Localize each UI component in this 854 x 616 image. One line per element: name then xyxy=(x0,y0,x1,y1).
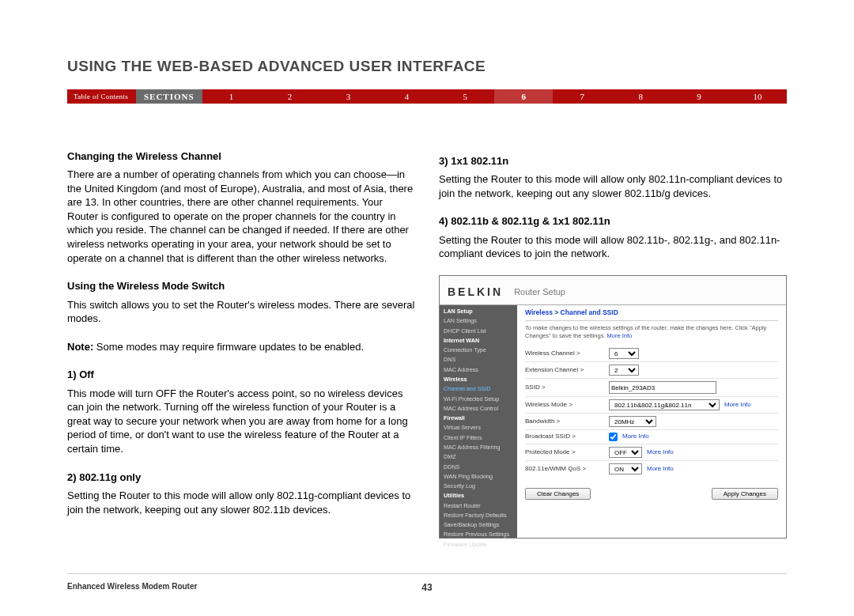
section-link-1[interactable]: 1 xyxy=(202,89,261,104)
wireless-mode-select[interactable]: 802.11b&802.11g&802.11n xyxy=(609,399,720,410)
more-info-link[interactable]: More Info xyxy=(622,433,649,441)
sidebar-item[interactable]: Client IP Filters xyxy=(440,433,517,443)
sidebar-item[interactable]: DMZ xyxy=(440,452,517,462)
sidebar-item[interactable]: Restore Previous Settings xyxy=(440,530,517,539)
row-extension-channel-label: Extension Channel > xyxy=(525,366,604,375)
apply-changes-button[interactable]: Apply Changes xyxy=(712,488,778,500)
section-link-7[interactable]: 7 xyxy=(553,89,611,104)
page-number: 43 xyxy=(421,582,432,593)
more-info-link[interactable]: More Info xyxy=(647,448,674,457)
mode2-text: Setting the Router to this mode will all… xyxy=(67,489,415,516)
page-title: USING THE WEB-BASED ADVANCED USER INTERF… xyxy=(67,58,787,75)
sidebar-item[interactable]: Restore Factory Defaults xyxy=(440,511,517,520)
extension-channel-select[interactable]: 2 xyxy=(609,365,639,376)
sidebar-item[interactable]: LAN Settings xyxy=(440,316,517,326)
row-wireless-channel-label: Wireless Channel > xyxy=(525,350,604,358)
breadcrumb: Wireless > Channel and SSID xyxy=(525,308,778,321)
sidebar-item[interactable]: Firewall xyxy=(440,414,517,423)
mode2-head: 2) 802.11g only xyxy=(67,471,415,485)
row-ssid-label: SSID > xyxy=(525,384,604,392)
more-info-link[interactable]: More Info xyxy=(607,332,633,339)
sidebar-item[interactable]: DNS xyxy=(440,355,517,365)
row-qos-label: 802.11e/WMM QoS > xyxy=(525,465,604,474)
heading-mode-switch: Using the Wireless Mode Switch xyxy=(67,279,415,293)
section-link-9[interactable]: 9 xyxy=(670,89,728,104)
bandwidth-select[interactable]: 20MHz xyxy=(609,416,656,427)
sidebar-item[interactable]: MAC Address xyxy=(440,365,517,375)
router-main-panel: Wireless > Channel and SSID To make chan… xyxy=(517,305,786,538)
section-link-2[interactable]: 2 xyxy=(261,89,319,104)
sidebar-item[interactable]: Channel and SSID xyxy=(440,384,517,394)
mode1-text: This mode will turn OFF the Router's acc… xyxy=(67,387,415,456)
router-sidebar[interactable]: LAN SetupLAN SettingsDHCP Client ListInt… xyxy=(440,305,517,538)
section-link-8[interactable]: 8 xyxy=(611,89,670,104)
protected-mode-select[interactable]: OFF xyxy=(609,447,642,458)
footer-product: Enhanced Wireless Modem Router xyxy=(67,582,197,591)
belkin-logo: BELKIN xyxy=(448,285,503,300)
sidebar-item[interactable]: LAN Setup xyxy=(440,307,517,316)
section-navbar: Table of Contents SECTIONS 12345678910 xyxy=(67,89,787,104)
sidebar-item[interactable]: DHCP Client List xyxy=(440,327,517,336)
row-wireless-mode-label: Wireless Mode > xyxy=(525,401,604,410)
page-footer: Enhanced Wireless Modem Router 43 xyxy=(67,573,787,591)
section-link-10[interactable]: 10 xyxy=(728,89,787,104)
mode3-text: Setting the Router to this mode will all… xyxy=(439,172,787,200)
section-link-6[interactable]: 6 xyxy=(494,89,553,104)
section-link-3[interactable]: 3 xyxy=(319,89,377,104)
para-note: Note: Some modes may require firmware up… xyxy=(67,340,415,354)
sidebar-item[interactable]: Firmware Update xyxy=(440,540,517,550)
sidebar-item[interactable]: MAC Address Control xyxy=(440,404,517,414)
sidebar-item[interactable]: Security Log xyxy=(440,482,517,491)
mode1-head: 1) Off xyxy=(67,368,415,382)
ssid-input[interactable] xyxy=(609,381,716,394)
mode4-head: 4) 802.11b & 802.11g & 1x1 802.11n xyxy=(439,214,787,229)
sections-label: SECTIONS xyxy=(136,89,202,104)
router-note: To make changes to the wireless settings… xyxy=(525,324,778,339)
sidebar-item[interactable]: Wi-Fi Protected Setup xyxy=(440,395,517,404)
sidebar-item[interactable]: MAC Address Filtering xyxy=(440,443,517,452)
wireless-channel-select[interactable]: 6 xyxy=(609,348,639,359)
more-info-link[interactable]: More Info xyxy=(647,465,674,474)
sidebar-item[interactable]: Restart Router xyxy=(440,501,517,511)
clear-changes-button[interactable]: Clear Changes xyxy=(525,488,591,500)
toc-link[interactable]: Table of Contents xyxy=(67,93,136,100)
sidebar-item[interactable]: Utilities xyxy=(440,491,517,501)
router-setup-screenshot: BELKIN Router Setup LAN SetupLAN Setting… xyxy=(439,275,787,539)
row-protected-mode-label: Protected Mode > xyxy=(525,448,604,457)
sidebar-item[interactable]: Internet WAN xyxy=(440,336,517,346)
broadcast-ssid-checkbox[interactable] xyxy=(609,433,618,441)
sidebar-item[interactable]: Virtual Servers xyxy=(440,423,517,433)
heading-change-channel: Changing the Wireless Channel xyxy=(67,149,415,164)
mode3-head: 3) 1x1 802.11n xyxy=(439,154,787,168)
para-mode-switch: This switch allows you to set the Router… xyxy=(67,298,415,326)
sidebar-item[interactable]: Save/Backup Settings xyxy=(440,520,517,530)
sidebar-item[interactable]: Connection Type xyxy=(440,346,517,355)
left-column: Changing the Wireless Channel There are … xyxy=(67,149,415,539)
section-link-5[interactable]: 5 xyxy=(436,89,494,104)
sidebar-item[interactable]: DDNS xyxy=(440,463,517,472)
router-setup-title: Router Setup xyxy=(514,286,565,298)
section-link-4[interactable]: 4 xyxy=(377,89,436,104)
mode4-text: Setting the Router to this mode will all… xyxy=(439,233,787,261)
para-change-channel: There are a number of operating channels… xyxy=(67,168,415,265)
more-info-link[interactable]: More Info xyxy=(724,401,751,410)
qos-select[interactable]: ON xyxy=(609,463,642,474)
sidebar-item[interactable]: Wireless xyxy=(440,375,517,384)
sidebar-item[interactable]: WAN Ping Blocking xyxy=(440,472,517,482)
row-bandwidth-label: Bandwidth > xyxy=(525,418,604,426)
row-broadcast-ssid-label: Broadcast SSID > xyxy=(525,433,604,441)
right-column: 3) 1x1 802.11n Setting the Router to thi… xyxy=(439,149,787,539)
